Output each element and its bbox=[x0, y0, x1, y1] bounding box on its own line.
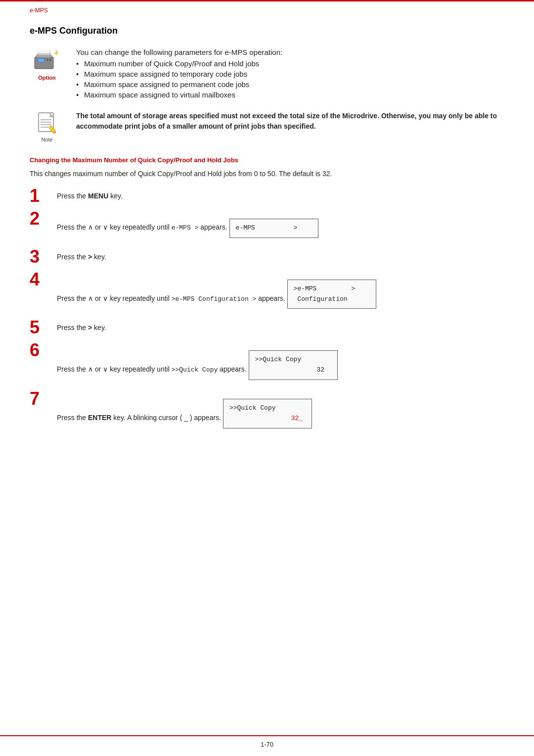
step-1-row: 1 Press the MENU key. bbox=[30, 189, 504, 205]
note-block: Note The total amount of storage areas s… bbox=[30, 111, 504, 142]
list-item: Maximum space assigned to permanent code… bbox=[76, 80, 504, 89]
step-2-row: 2 Press the ∧ or ∨ key repeatedly until … bbox=[30, 212, 504, 243]
step-7-row: 7 Press the ENTER key. A blinking cursor… bbox=[30, 392, 504, 433]
step-5-text: Press the > key. bbox=[57, 324, 106, 331]
header-bar: e-MPS bbox=[0, 1, 534, 16]
section-title: e-MPS Configuration bbox=[30, 26, 504, 36]
step-6-display: >>Quick Copy 32 bbox=[249, 350, 338, 380]
step-2-content: Press the ∧ or ∨ key repeatedly until e-… bbox=[57, 212, 504, 243]
step-6-text: Press the ∧ or ∨ key repeatedly until >>… bbox=[57, 365, 247, 373]
step-7-content: Press the ENTER key. A blinking cursor (… bbox=[57, 392, 504, 433]
svg-point-4 bbox=[46, 59, 48, 61]
sub-section-title: Changing the Maximum Number of Quick Cop… bbox=[30, 156, 504, 164]
step-6-content: Press the ∧ or ∨ key repeatedly until >>… bbox=[57, 343, 504, 385]
step-1-text-before: Press the bbox=[57, 192, 88, 200]
description-text: This changes maximum number of Quick Cop… bbox=[30, 169, 504, 179]
breadcrumb: e-MPS bbox=[30, 7, 48, 14]
list-item: Maximum space assigned to virtual mailbo… bbox=[76, 91, 504, 99]
step-3-text: Press the > key. bbox=[57, 253, 106, 261]
step-3-number: 3 bbox=[30, 248, 57, 266]
svg-point-5 bbox=[49, 59, 51, 61]
note-text: The total amount of storage areas specif… bbox=[76, 111, 504, 132]
step-4-text: Press the ∧ or ∨ key repeatedly until >e… bbox=[57, 294, 285, 302]
page-number: 1-70 bbox=[261, 741, 273, 748]
step-6-display-text: >>Quick Copy 32 bbox=[255, 355, 331, 376]
intro-text: You can change the following parameters … bbox=[76, 48, 504, 101]
list-item: Maximum number of Quick Copy/Proof and H… bbox=[76, 59, 504, 68]
step-1-content: Press the MENU key. bbox=[57, 189, 504, 201]
step-1-bold: MENU bbox=[88, 192, 108, 200]
page-content: e-MPS Configuration ✦ ≡ bbox=[0, 16, 534, 470]
option-icon-container: ✦ ≡ Option bbox=[30, 48, 64, 81]
bottom-rule bbox=[0, 735, 534, 736]
steps-container: 1 Press the MENU key. 2 Press the ∧ or ∨… bbox=[30, 189, 504, 433]
step-6-number: 6 bbox=[30, 341, 57, 359]
list-item: Maximum space assigned to temporary code… bbox=[76, 70, 504, 78]
step-5-row: 5 Press the > key. bbox=[30, 321, 504, 336]
svg-rect-6 bbox=[39, 51, 49, 53]
step-1-text-after: key. bbox=[108, 192, 123, 200]
step-4-row: 4 Press the ∧ or ∨ key repeatedly until … bbox=[30, 273, 504, 314]
option-label: Option bbox=[38, 75, 55, 81]
svg-text:≡: ≡ bbox=[55, 48, 58, 54]
step-2-display-text: e-MPS > bbox=[236, 223, 312, 234]
note-label: Note bbox=[41, 137, 52, 142]
intro-block: ✦ ≡ Option You can change the following … bbox=[30, 48, 504, 101]
step-3-content: Press the > key. bbox=[57, 250, 504, 262]
step-2-number: 2 bbox=[30, 210, 57, 228]
svg-rect-3 bbox=[38, 58, 44, 62]
step-7-number: 7 bbox=[30, 390, 57, 408]
step-3-row: 3 Press the > key. bbox=[30, 250, 504, 266]
step-7-text: Press the ENTER key. A blinking cursor (… bbox=[57, 414, 221, 422]
intro-paragraph: You can change the following parameters … bbox=[76, 48, 504, 56]
step-4-content: Press the ∧ or ∨ key repeatedly until >e… bbox=[57, 273, 504, 314]
note-icon bbox=[35, 111, 59, 136]
step-2-text-before: Press the ∧ or ∨ key repeatedly until e-… bbox=[57, 223, 227, 231]
step-7-display: >>Quick Copy 32_ bbox=[223, 399, 312, 428]
step-4-display: >e-MPS > Configuration bbox=[287, 280, 376, 309]
step-6-row: 6 Press the ∧ or ∨ key repeatedly until … bbox=[30, 343, 504, 385]
step-2-display: e-MPS > bbox=[229, 219, 318, 238]
bullet-list: Maximum number of Quick Copy/Proof and H… bbox=[76, 59, 504, 99]
step-4-number: 4 bbox=[30, 271, 57, 288]
note-icon-container: Note bbox=[30, 111, 64, 142]
step-4-display-text: >e-MPS > Configuration bbox=[294, 284, 370, 305]
step-5-number: 5 bbox=[30, 319, 57, 336]
step-7-display-text: >>Quick Copy 32_ bbox=[229, 403, 306, 424]
option-icon: ✦ ≡ bbox=[33, 48, 61, 74]
step-5-content: Press the > key. bbox=[57, 321, 504, 333]
step-1-number: 1 bbox=[30, 187, 57, 205]
